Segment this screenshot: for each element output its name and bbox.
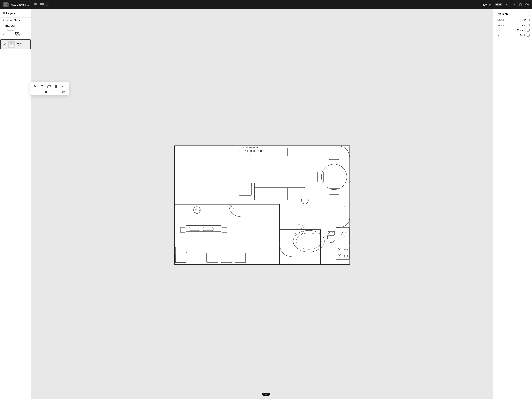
grid-icon[interactable]	[34, 3, 38, 6]
svg-rect-5	[36, 3, 37, 4]
layer-opacity-pen: 100%	[15, 34, 20, 36]
eye-icon-pen[interactable]	[2, 32, 6, 36]
new-layer-button[interactable]: + New Layer	[0, 23, 31, 29]
layer-info-image: Image 50%	[16, 42, 22, 46]
svg-point-25	[42, 87, 43, 87]
duplicate-tool[interactable]	[47, 84, 51, 89]
svg-point-16	[4, 43, 6, 45]
sorting-label: Sorting	[5, 19, 12, 21]
hamburger-icon[interactable]: ☰	[2, 12, 5, 15]
layers-header: ☰ Layers	[0, 9, 31, 18]
layers-title: Layers	[6, 12, 15, 15]
topbar-separator	[32, 3, 32, 7]
canvas-area[interactable]: N 0.9 0% 100% ↑ ↑ ← → Standard Counter D…	[31, 9, 266, 200]
layer-item-image[interactable]: Image 50%	[0, 39, 31, 49]
svg-rect-3	[6, 5, 7, 6]
svg-rect-18	[8, 41, 14, 47]
layer-thumb-image	[8, 41, 15, 48]
layers-sort[interactable]: ⇅ Sorting | Manual	[0, 18, 31, 23]
topbar-left: New Drawing I...	[3, 2, 266, 7]
left-panel: ☰ Layers ⇅ Sorting | Manual + New Layer …	[0, 9, 31, 200]
svg-rect-27	[48, 85, 50, 88]
popup-toolbar: AI	[33, 84, 67, 89]
doc-title[interactable]: New Drawing I...	[11, 3, 29, 6]
svg-rect-0	[5, 3, 6, 5]
svg-rect-6	[34, 4, 35, 5]
svg-rect-2	[5, 5, 6, 6]
svg-rect-7	[36, 4, 37, 5]
layer-name-image: Image	[16, 42, 22, 44]
svg-point-15	[4, 33, 5, 34]
layer-opacity-image: 50%	[16, 45, 22, 46]
layer-info-pen: Pen 100%	[15, 32, 20, 36]
svg-point-14	[3, 33, 6, 35]
delete-tool[interactable]	[54, 84, 58, 89]
menu-icon[interactable]	[40, 3, 44, 6]
plus-icon: +	[2, 24, 4, 27]
topbar: New Drawing I... 50% 0°	[0, 0, 266, 9]
sorting-value: Manual	[14, 19, 21, 21]
layer-name-pen: Pen	[15, 32, 20, 34]
lock-tool[interactable]	[40, 84, 44, 89]
floorplan-container[interactable]: Standard Counter Depth 24"	[172, 140, 266, 200]
popup-slider-row: 50%	[33, 90, 67, 93]
opacity-percent: 50%	[61, 90, 67, 93]
layer-popup: AI 50%	[30, 82, 69, 96]
ai-tool[interactable]: AI	[61, 84, 65, 89]
layer-thumb-pen	[7, 30, 14, 37]
svg-rect-4	[34, 3, 35, 4]
eye-icon-image[interactable]	[3, 42, 7, 46]
shape-icon[interactable]	[46, 3, 50, 6]
sorting-sep: |	[13, 19, 13, 21]
app-icon[interactable]	[3, 2, 9, 7]
new-layer-label: New Layer	[5, 25, 16, 27]
svg-point-17	[5, 44, 6, 45]
sort-icon: ⇅	[2, 19, 4, 21]
cursor-tool[interactable]	[33, 84, 37, 89]
opacity-slider[interactable]	[33, 92, 59, 92]
svg-rect-1	[6, 3, 7, 5]
layer-item-pen[interactable]: Pen 100%	[0, 29, 31, 39]
handwriting-text: Standard Counter Depth 24"	[233, 146, 266, 156]
